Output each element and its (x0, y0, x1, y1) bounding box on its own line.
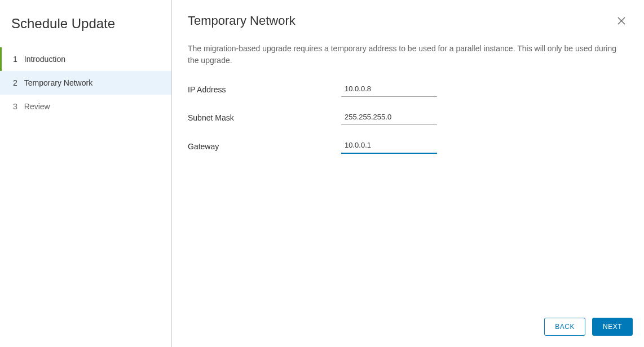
ip-address-input[interactable] (341, 82, 437, 97)
step-label: Review (24, 102, 50, 111)
step-label: Temporary Network (24, 78, 92, 87)
step-label: Introduction (24, 55, 65, 64)
gateway-input[interactable] (341, 139, 437, 154)
subnet-mask-row: Subnet Mask (188, 110, 628, 125)
step-temporary-network[interactable]: 2 Temporary Network (0, 71, 171, 95)
close-icon[interactable] (615, 14, 628, 29)
subnet-mask-label: Subnet Mask (188, 113, 341, 122)
back-button[interactable]: Back (544, 318, 585, 336)
step-number: 3 (13, 102, 17, 111)
main-body: The migration-based upgrade requires a t… (172, 29, 644, 309)
wizard-title: Schedule Update (0, 16, 171, 47)
wizard-footer: Back Next (172, 309, 644, 347)
subnet-mask-input[interactable] (341, 110, 437, 125)
page-description: The migration-based upgrade requires a t… (188, 43, 628, 66)
gateway-row: Gateway (188, 139, 628, 154)
next-button[interactable]: Next (592, 318, 633, 336)
step-number: 1 (13, 55, 17, 64)
ip-address-row: IP Address (188, 82, 628, 97)
main-header: Temporary Network (172, 0, 644, 29)
ip-address-label: IP Address (188, 85, 341, 94)
step-introduction[interactable]: 1 Introduction (0, 47, 171, 71)
step-number: 2 (13, 78, 17, 87)
step-review[interactable]: 3 Review (0, 95, 171, 118)
wizard-step-list: 1 Introduction 2 Temporary Network 3 Rev… (0, 47, 171, 118)
wizard-main: Temporary Network The migration-based up… (172, 0, 644, 347)
page-title: Temporary Network (188, 14, 295, 28)
gateway-label: Gateway (188, 142, 341, 151)
wizard-sidebar: Schedule Update 1 Introduction 2 Tempora… (0, 0, 172, 347)
